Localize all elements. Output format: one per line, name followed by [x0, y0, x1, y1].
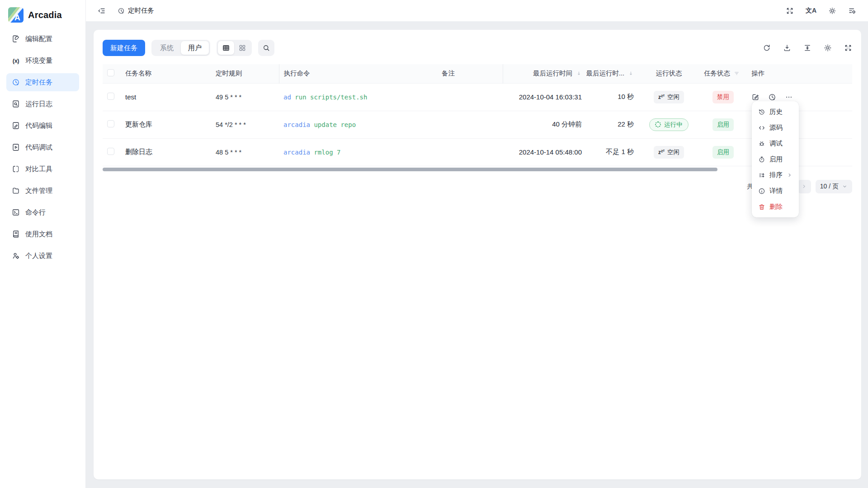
history-icon [758, 108, 765, 116]
sidebar-item-label: 运行日志 [25, 100, 52, 108]
sidebar-item-code-edit[interactable]: 代码编辑 [6, 117, 79, 135]
cell-last-run: 40 分钟前 [503, 111, 586, 138]
logo-icon: A [8, 7, 24, 23]
code-edit-icon [12, 122, 20, 130]
menu-item-enable[interactable]: 启用 [755, 151, 796, 167]
col-task-status: 任务状态 [699, 64, 747, 83]
translate-icon[interactable]: 文A [806, 7, 816, 15]
col-run-status: 运行状态 [638, 64, 699, 83]
cell-duration: 不足 1 秒 [586, 138, 638, 166]
sidebar-item-edit-config[interactable]: 编辑配置 [6, 30, 79, 48]
sidebar-item-label: 使用文档 [25, 230, 52, 239]
gear-icon[interactable] [824, 44, 832, 52]
menu-item-source[interactable]: 源码 [755, 120, 796, 136]
tab-cron-tasks[interactable]: 定时任务 [118, 6, 154, 15]
cell-run-status: 运行中 [638, 111, 699, 138]
chevron-down-icon [842, 183, 848, 189]
sleep-icon: zzz [658, 150, 665, 155]
compare-icon [12, 165, 20, 173]
new-task-button[interactable]: 新建任务 [103, 40, 145, 56]
row-height-icon[interactable] [803, 44, 811, 52]
sidebar-item-label: 命令行 [25, 208, 46, 217]
download-icon[interactable] [783, 44, 791, 52]
clock-icon [118, 7, 125, 14]
more-actions-icon[interactable] [785, 93, 793, 101]
table-toolbar: 新建任务 系统 用户 [103, 40, 852, 56]
sidebar-item-label: 环境变量 [25, 56, 52, 65]
cell-remark [437, 138, 503, 166]
run-schedule-icon[interactable] [768, 93, 776, 101]
fullscreen-icon[interactable] [786, 7, 794, 15]
menu-item-delete[interactable]: 删除 [755, 199, 796, 215]
sidebar-item-profile-settings[interactable]: 个人设置 [6, 247, 79, 265]
cell-command: ad run scripts/test.sh [279, 83, 437, 111]
sidebar-item-cron-tasks[interactable]: 定时任务 [6, 73, 79, 91]
scope-user-button[interactable]: 用户 [181, 41, 209, 55]
row-checkbox[interactable] [107, 93, 114, 100]
cell-run-status: zzz 空闲 [638, 138, 699, 166]
scrollbar-thumb[interactable] [103, 168, 717, 171]
col-remark: 备注 [437, 64, 503, 83]
menu-item-history[interactable]: 历史 [755, 104, 796, 120]
next-page-button[interactable] [797, 180, 811, 193]
search-button[interactable] [258, 40, 274, 56]
cell-command: arcadia rmlog 7 [279, 138, 437, 166]
env-vars-icon: (x) [12, 57, 20, 64]
status-badge-enabled: 启用 [712, 146, 734, 159]
code-icon [758, 124, 765, 131]
menu-item-details[interactable]: 详情 [755, 183, 796, 199]
svg-text:A: A [14, 13, 20, 22]
row-checkbox[interactable] [107, 148, 114, 155]
table-row: 删除日志 48 5 * * * arcadia rmlog 7 2024-10-… [103, 138, 852, 166]
sidebar-item-label: 代码调试 [25, 143, 52, 152]
idle-status-badge: zzz 空闲 [654, 91, 684, 103]
terminal-icon [12, 208, 20, 216]
sidebar-item-file-manager[interactable]: 文件管理 [6, 182, 79, 200]
scope-system-button[interactable]: 系统 [153, 41, 181, 55]
spinner-icon [655, 122, 661, 127]
sidebar-item-compare-tool[interactable]: 对比工具 [6, 160, 79, 178]
refresh-icon[interactable] [763, 44, 771, 52]
table-tools [763, 44, 852, 52]
row-checkbox[interactable] [107, 120, 114, 127]
row-context-menu: 历史 源码 调试 启用 排序 详情 删除 [752, 101, 799, 217]
search-icon [262, 44, 270, 52]
app-name: Arcadia [28, 10, 62, 20]
sidebar-item-terminal[interactable]: 命令行 [6, 203, 79, 221]
menu-item-debug[interactable]: 调试 [755, 136, 796, 151]
sort-icon[interactable] [628, 70, 634, 76]
select-all-checkbox[interactable] [107, 69, 114, 76]
layout-settings-icon[interactable] [848, 7, 856, 15]
cell-task-status: 禁用 [699, 83, 747, 111]
card-view-button[interactable] [234, 41, 250, 55]
sidebar-item-env-vars[interactable]: (x) 环境变量 [6, 52, 79, 70]
content: 新建任务 系统 用户 [86, 22, 868, 488]
trash-icon [758, 203, 765, 211]
cell-cron: 54 */2 * * * [211, 111, 279, 138]
cell-remark [437, 111, 503, 138]
sidebar-item-docs[interactable]: 使用文档 [6, 225, 79, 243]
menu-item-sort[interactable]: 排序 [755, 167, 796, 183]
theme-icon[interactable] [828, 7, 836, 15]
sidebar-item-run-logs[interactable]: 运行日志 [6, 95, 79, 113]
table-view-button[interactable] [218, 41, 234, 55]
sidebar-item-label: 定时任务 [25, 78, 52, 87]
pagination: 共 3 条 1 10 / 页 [103, 180, 852, 193]
cell-task-status: 启用 [699, 111, 747, 138]
edit-task-icon[interactable] [751, 93, 760, 101]
filter-icon[interactable] [734, 70, 740, 76]
cell-task-status: 启用 [699, 138, 747, 166]
collapse-sidebar-icon[interactable] [98, 7, 106, 15]
table-row: test 49 5 * * * ad run scripts/test.sh 2… [103, 83, 852, 111]
page-size-select[interactable]: 10 / 页 [816, 180, 852, 193]
cell-cron: 49 5 * * * [211, 83, 279, 111]
cell-run-status: zzz 空闲 [638, 83, 699, 111]
folder-icon [12, 187, 20, 195]
cell-task-name: 更新仓库 [121, 111, 211, 138]
expand-table-icon[interactable] [844, 44, 852, 52]
sidebar-item-code-debug[interactable]: 代码调试 [6, 138, 79, 156]
status-badge-disabled: 禁用 [712, 91, 734, 103]
cell-task-name: test [121, 83, 211, 111]
sort-icon[interactable] [576, 70, 582, 76]
sidebar: A Arcadia 编辑配置 (x) 环境变量 定时任务 运行日志 代码编辑 代 [0, 0, 86, 488]
